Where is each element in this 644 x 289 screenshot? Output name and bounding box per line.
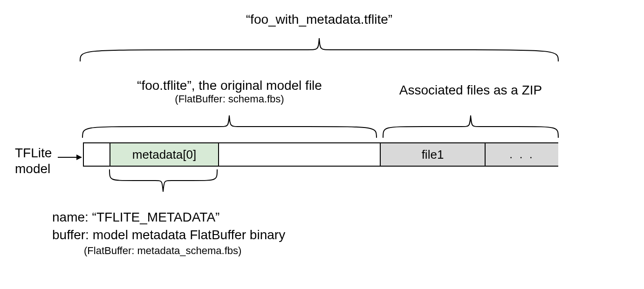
- brace-full: [79, 34, 559, 62]
- diagram-canvas: “foo_with_metadata.tflite” “foo.tflite”,…: [0, 0, 644, 289]
- original-file-label: “foo.tflite”, the original model file: [82, 78, 377, 93]
- zip-label: Associated files as a ZIP: [382, 83, 559, 98]
- original-file-label-group: “foo.tflite”, the original model file (F…: [82, 78, 377, 105]
- bar-metadata-segment: metadata[0]: [110, 143, 219, 166]
- bar-ellipsis-segment: . . .: [485, 143, 558, 166]
- brace-original: [82, 112, 377, 139]
- bar-file1-segment: file1: [380, 143, 485, 166]
- brace-metadata: [109, 168, 218, 195]
- bar-leading-segment: [84, 143, 110, 166]
- metadata-detail-name: name: “TFLITE_METADATA”: [52, 208, 285, 226]
- tflite-model-label-line2: model: [15, 161, 52, 177]
- bar-ellipsis-text: . . .: [509, 148, 534, 161]
- metadata-detail-schema-note: (FlatBuffer: metadata_schema.fbs): [84, 244, 285, 258]
- model-file-bar: metadata[0] file1 . . .: [83, 142, 558, 167]
- original-file-schema-note: (FlatBuffer: schema.fbs): [82, 93, 377, 105]
- full-file-title: “foo_with_metadata.tflite”: [79, 12, 559, 27]
- bar-metadata-text: metadata[0]: [132, 148, 196, 162]
- bar-original-rest-segment: [219, 143, 380, 166]
- brace-zip: [382, 112, 559, 139]
- metadata-detail-buffer: buffer: model metadata FlatBuffer binary: [52, 226, 285, 244]
- tflite-model-label-line1: TFLite: [15, 145, 52, 161]
- arrow-to-bar: [58, 153, 82, 162]
- bar-file1-text: file1: [422, 148, 444, 162]
- metadata-detail-group: name: “TFLITE_METADATA” buffer: model me…: [52, 208, 285, 257]
- tflite-model-label: TFLite model: [15, 145, 52, 176]
